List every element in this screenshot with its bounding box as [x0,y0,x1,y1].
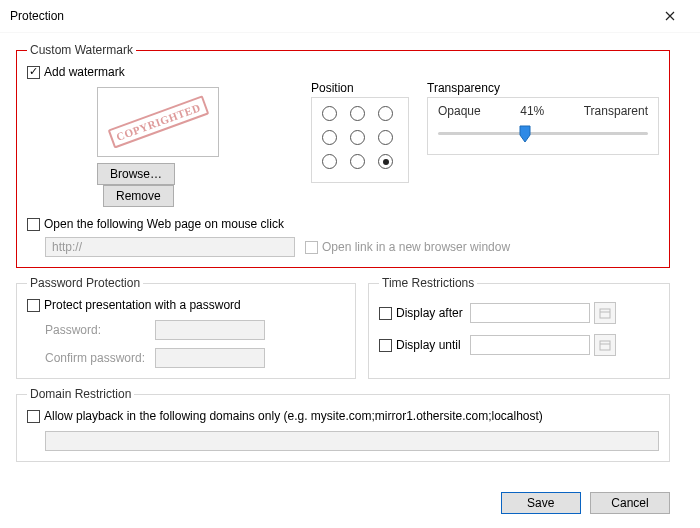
password-legend: Password Protection [27,276,143,290]
web-url-input[interactable] [45,237,295,257]
confirm-label: Confirm password: [45,351,155,365]
open-web-checkbox[interactable] [27,218,40,231]
transparency-slider[interactable] [438,124,648,142]
display-after-row: Display after [379,302,659,324]
domain-legend: Domain Restriction [27,387,134,401]
watermark-preview: COPYRIGHTED [97,87,219,157]
domain-allow-checkbox[interactable] [27,410,40,423]
domain-allow-row: Allow playback in the following domains … [27,409,659,423]
transparent-label: Transparent [584,104,648,118]
watermark-config-row: COPYRIGHTED Browse… Remove Position [27,81,659,207]
position-bottom-center[interactable] [350,154,365,169]
calendar-icon-after[interactable] [594,302,616,324]
position-grid [314,100,406,180]
dialog-footer: Save Cancel [501,492,670,514]
password-protection-group: Password Protection Protect presentation… [16,276,356,379]
open-new-window-checkbox[interactable] [305,241,318,254]
open-web-label: Open the following Web page on mouse cli… [44,217,284,231]
transparency-label: Transparency [427,81,659,95]
watermark-stamp: COPYRIGHTED [107,95,208,148]
protect-label: Protect presentation with a password [44,298,241,312]
opaque-label: Opaque [438,104,481,118]
position-middle-center[interactable] [350,130,365,145]
position-middle-right[interactable] [378,130,393,145]
position-bottom-left[interactable] [322,154,337,169]
position-top-right[interactable] [378,106,393,121]
dialog-title: Protection [10,9,650,23]
open-web-inputs: Open link in a new browser window [45,237,659,257]
custom-watermark-legend: Custom Watermark [27,43,136,57]
display-after-label: Display after [396,306,470,320]
position-middle-left[interactable] [322,130,337,145]
domain-list-input[interactable] [45,431,659,451]
transparency-box: Opaque 41% Transparent [427,97,659,155]
display-until-checkbox[interactable] [379,339,392,352]
transparency-value: 41% [520,104,544,118]
domain-input-row [45,431,659,451]
transparency-header: Opaque 41% Transparent [438,104,648,118]
titlebar: Protection [0,0,700,33]
confirm-row: Confirm password: [45,348,345,368]
position-label: Position [311,81,409,95]
slider-track [438,132,648,135]
close-button[interactable] [650,2,690,30]
browse-button[interactable]: Browse… [97,163,175,185]
open-web-row: Open the following Web page on mouse cli… [27,217,659,231]
protect-row: Protect presentation with a password [27,298,345,312]
calendar-icon-until[interactable] [594,334,616,356]
display-until-input[interactable] [470,335,590,355]
add-watermark-row: Add watermark [27,65,659,79]
position-grid-frame [311,97,409,183]
cancel-button[interactable]: Cancel [590,492,670,514]
dialog-body: Custom Watermark Add watermark COPYRIGHT… [0,33,700,462]
password-label: Password: [45,323,155,337]
protection-dialog: Protection Custom Watermark Add watermar… [0,0,700,528]
time-restrictions-group: Time Restrictions Display after Display … [368,276,670,379]
watermark-preview-col: COPYRIGHTED Browse… Remove [27,81,253,207]
position-col: Position [311,81,409,183]
two-column-row: Password Protection Protect presentation… [16,276,670,387]
display-after-input[interactable] [470,303,590,323]
position-bottom-right[interactable] [378,154,393,169]
svg-rect-2 [600,341,610,350]
open-new-window-label: Open link in a new browser window [322,240,510,254]
domain-restriction-group: Domain Restriction Allow playback in the… [16,387,670,462]
custom-watermark-group: Custom Watermark Add watermark COPYRIGHT… [16,43,670,268]
transparency-col: Transparency Opaque 41% Transparent [427,81,659,155]
password-row: Password: [45,320,345,340]
position-top-left[interactable] [322,106,337,121]
password-input[interactable] [155,320,265,340]
add-watermark-label: Add watermark [44,65,125,79]
remove-button[interactable]: Remove [103,185,174,207]
save-button[interactable]: Save [501,492,581,514]
display-until-row: Display until [379,334,659,356]
watermark-buttons: Browse… Remove [97,163,253,207]
slider-thumb[interactable] [519,125,529,143]
position-top-center[interactable] [350,106,365,121]
domain-allow-label: Allow playback in the following domains … [44,409,543,423]
time-legend: Time Restrictions [379,276,477,290]
display-after-checkbox[interactable] [379,307,392,320]
add-watermark-checkbox[interactable] [27,66,40,79]
protect-checkbox[interactable] [27,299,40,312]
display-until-label: Display until [396,338,470,352]
confirm-password-input[interactable] [155,348,265,368]
svg-rect-0 [600,309,610,318]
